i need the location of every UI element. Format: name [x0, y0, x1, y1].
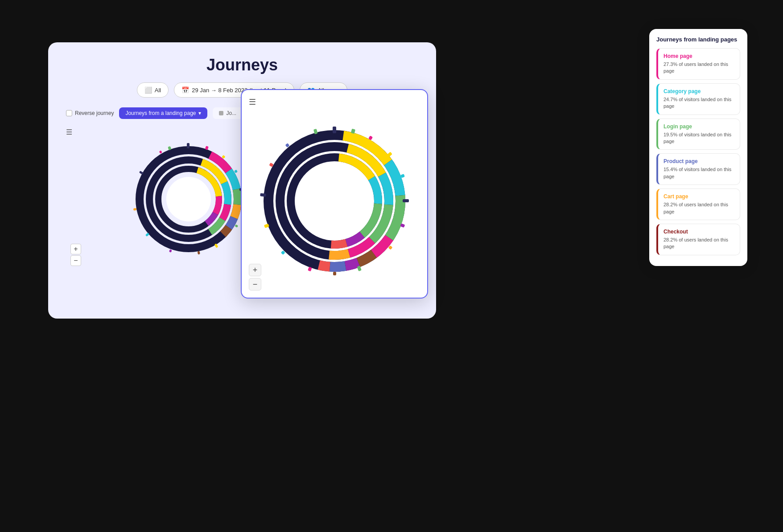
- svg-rect-26: [198, 251, 200, 254]
- right-panel-item[interactable]: Product page 15.4% of visitors landed on…: [656, 153, 740, 185]
- rp-item-desc: 15.4% of visitors landed on this page: [663, 166, 734, 180]
- right-panel-item[interactable]: Category page 24.7% of visitors landed o…: [656, 83, 740, 115]
- middle-card: ☰: [241, 89, 428, 299]
- rp-item-title: Cart page: [663, 193, 734, 200]
- right-panel-item[interactable]: Login page 19.5% of visitors landed on t…: [656, 119, 740, 150]
- calendar-icon: 📅: [181, 86, 189, 94]
- middle-card-header: ☰: [249, 97, 420, 107]
- svg-point-53: [301, 168, 367, 234]
- rp-item-desc: 24.7% of visitors landed on this page: [663, 96, 734, 110]
- zoom-in-small[interactable]: +: [70, 244, 81, 254]
- zoom-out-mid[interactable]: −: [249, 278, 261, 291]
- svg-rect-67: [260, 193, 266, 196]
- svg-point-16: [166, 177, 211, 221]
- rp-item-desc: 19.5% of visitors landed on this page: [663, 131, 734, 145]
- svg-rect-24: [235, 225, 238, 228]
- devices-button[interactable]: ⬜ All: [137, 82, 169, 98]
- right-panel-item[interactable]: Home page 27.3% of users landed on this …: [656, 48, 740, 80]
- svg-rect-31: [159, 150, 162, 154]
- zoom-out-small[interactable]: −: [70, 255, 81, 266]
- monitor-icon: ⬜: [144, 86, 152, 94]
- chevron-icon: ▾: [198, 110, 201, 116]
- zoom-controls-mid: + −: [249, 264, 261, 291]
- journey-dropdown[interactable]: Journeys from a landing page ▾: [119, 107, 207, 119]
- rp-item-title: Checkout: [663, 229, 734, 235]
- rp-item-title: Login page: [663, 123, 734, 130]
- svg-rect-29: [133, 208, 137, 211]
- tab-button[interactable]: Jo...: [213, 107, 243, 119]
- rp-item-title: Home page: [663, 53, 734, 59]
- right-panel-items: Home page 27.3% of users landed on this …: [656, 48, 740, 255]
- right-panel-item[interactable]: Cart page 28.2% of users landed on this …: [656, 188, 740, 220]
- donut-chart-mid: [259, 125, 410, 277]
- zoom-in-mid[interactable]: +: [249, 264, 261, 276]
- rp-item-desc: 28.2% of users landed on this page: [663, 201, 734, 215]
- svg-rect-59: [403, 199, 409, 202]
- svg-rect-17: [187, 143, 190, 148]
- svg-rect-21: [234, 170, 238, 173]
- right-panel: Journeys from landing pages Home page 27…: [649, 29, 747, 266]
- page-title: Journeys: [66, 56, 418, 74]
- donut-chart-small: [131, 141, 247, 257]
- right-panel-item[interactable]: Checkout 28.2% of users landed on this p…: [656, 224, 740, 255]
- rp-item-title: Category page: [663, 88, 734, 94]
- svg-rect-63: [333, 272, 336, 275]
- menu-icon-mid[interactable]: ☰: [249, 97, 256, 107]
- toggle-checkbox[interactable]: [66, 110, 72, 116]
- rp-item-desc: 28.2% of users landed on this page: [663, 237, 734, 250]
- right-panel-title: Journeys from landing pages: [656, 36, 740, 43]
- chart-area-mid: + −: [249, 111, 420, 291]
- rp-item-desc: 27.3% of users landed on this page: [663, 61, 734, 75]
- svg-rect-27: [169, 249, 172, 252]
- svg-rect-54: [333, 127, 336, 133]
- rp-item-title: Product page: [663, 158, 734, 164]
- reverse-toggle[interactable]: Reverse journey: [66, 110, 114, 116]
- tab-dot-icon: [219, 111, 223, 115]
- menu-icon-small[interactable]: ☰: [66, 128, 72, 136]
- svg-rect-55: [351, 129, 355, 134]
- zoom-controls-small: + −: [70, 244, 81, 266]
